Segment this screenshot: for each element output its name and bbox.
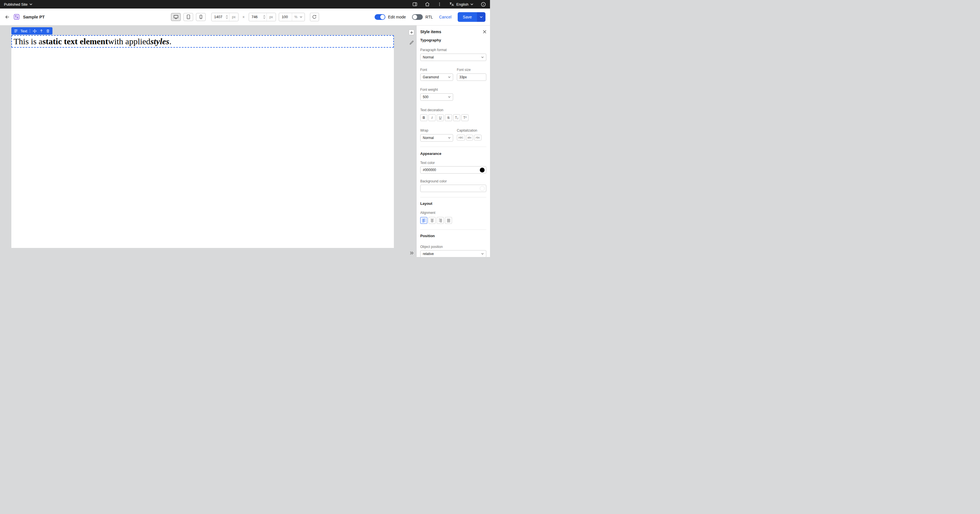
- align-right-icon: [438, 219, 442, 223]
- text-color-label: Text color: [420, 161, 486, 165]
- chevron-down-icon: [300, 16, 302, 18]
- content: Text This is a static text element with …: [0, 25, 490, 257]
- text-color-swatch[interactable]: [480, 168, 485, 172]
- save-button[interactable]: Save: [458, 12, 477, 22]
- text-run: This is a: [14, 37, 43, 46]
- toolbar-right: Edit mode RTL Cancel Save: [375, 12, 485, 22]
- rtl-toggle[interactable]: [412, 14, 423, 20]
- tablet-icon: [186, 14, 191, 19]
- text-color-value: #000000: [423, 168, 436, 172]
- subscript-button[interactable]: T₂: [453, 114, 460, 121]
- bold-button[interactable]: B: [420, 114, 427, 121]
- paragraph-format-value: Normal: [423, 55, 434, 59]
- background-color-label: Background color: [420, 179, 486, 183]
- wrap-value: Normal: [423, 136, 434, 140]
- chevron-down-icon: [481, 56, 484, 58]
- height-unit-label: px: [267, 13, 275, 21]
- object-position-label: Object position: [420, 245, 486, 249]
- element-type-label: Text: [21, 29, 27, 33]
- superscript-button[interactable]: T²: [461, 114, 468, 121]
- font-size-input[interactable]: [457, 73, 486, 81]
- chevron-down-icon: [30, 3, 32, 5]
- align-right-button[interactable]: [437, 217, 444, 224]
- object-position-select[interactable]: relative: [420, 250, 486, 257]
- close-icon: [483, 30, 486, 33]
- delete-element-button[interactable]: [46, 29, 50, 33]
- text-lines-icon: [14, 29, 18, 33]
- chevron-down-icon: [448, 137, 450, 139]
- text-run-bold: static text element: [43, 37, 108, 46]
- align-left-button[interactable]: [420, 217, 427, 224]
- height-input-group: px: [249, 13, 276, 21]
- font-weight-select[interactable]: 500: [420, 93, 453, 101]
- align-center-button[interactable]: [428, 217, 436, 224]
- page-canvas[interactable]: This is a static text element with appli…: [11, 35, 394, 248]
- font-weight-value: 500: [423, 95, 428, 99]
- cancel-button[interactable]: Cancel: [439, 15, 452, 19]
- panel-title: Style items: [420, 30, 441, 34]
- kebab-menu-icon[interactable]: [437, 2, 442, 7]
- paragraph-format-select[interactable]: Normal: [420, 54, 486, 61]
- topbar-right: English: [412, 2, 486, 7]
- uppercase-button[interactable]: ABC: [457, 135, 465, 140]
- info-icon[interactable]: [480, 2, 486, 7]
- capitalize-button[interactable]: Abc: [474, 135, 482, 140]
- collapse-panel-button[interactable]: [410, 251, 414, 255]
- device-desktop-button[interactable]: [171, 13, 181, 21]
- capitalization-label: Capitalization: [457, 129, 486, 132]
- chevron-down-icon: [448, 96, 450, 98]
- height-input[interactable]: [249, 15, 262, 19]
- arrow-left-icon: [5, 14, 10, 20]
- zoom-select[interactable]: 100 %: [279, 13, 305, 21]
- height-stepper[interactable]: [262, 15, 267, 19]
- move-icon: [33, 29, 37, 33]
- pencil-icon: [409, 40, 414, 45]
- background-color-swatch[interactable]: [480, 186, 485, 191]
- font-weight-label: Font weight: [420, 88, 486, 92]
- background-color-input[interactable]: [420, 185, 486, 192]
- save-split-button: Save: [458, 12, 485, 22]
- panels-icon[interactable]: [412, 2, 417, 7]
- home-icon[interactable]: [425, 2, 430, 7]
- typography-heading: Typography: [420, 38, 486, 42]
- device-mobile-button[interactable]: [196, 13, 205, 21]
- width-input[interactable]: [212, 15, 224, 19]
- width-stepper[interactable]: [224, 15, 229, 19]
- chevron-down-icon: [448, 76, 450, 78]
- reset-view-button[interactable]: [310, 13, 319, 21]
- back-button[interactable]: [5, 14, 10, 20]
- page-title: Sample PT: [23, 14, 45, 19]
- wrap-row: Wrap Normal Capitalization ABC abc Abc: [420, 129, 486, 142]
- chevron-down-icon: [480, 16, 483, 18]
- site-menu-button[interactable]: Published Site: [4, 2, 32, 6]
- move-element-button[interactable]: [33, 29, 37, 33]
- underline-button[interactable]: U: [437, 114, 444, 121]
- selected-text-element[interactable]: This is a static text element with appli…: [11, 35, 394, 48]
- font-select[interactable]: Garamond: [420, 73, 453, 81]
- topbar: Published Site English: [0, 0, 490, 8]
- save-options-button[interactable]: [477, 12, 485, 22]
- text-color-input[interactable]: #000000: [420, 166, 486, 173]
- chevron-down-icon: [471, 3, 473, 5]
- divider: [420, 146, 486, 147]
- language-label: English: [456, 2, 468, 6]
- rtl-label: RTL: [425, 15, 433, 19]
- appearance-heading: Appearance: [420, 151, 486, 156]
- wrap-select[interactable]: Normal: [420, 134, 453, 142]
- close-panel-button[interactable]: [483, 30, 486, 33]
- language-selector[interactable]: English: [449, 2, 473, 7]
- strikethrough-button[interactable]: S: [445, 114, 452, 121]
- edit-pencil-button[interactable]: [409, 40, 414, 45]
- edit-mode-toggle[interactable]: [375, 14, 385, 20]
- text-decoration-buttons: B I U S T₂ T²: [420, 114, 486, 121]
- lowercase-button[interactable]: abc: [466, 135, 473, 140]
- object-position-value: relative: [423, 252, 434, 256]
- align-left-icon: [422, 219, 426, 223]
- device-tablet-button[interactable]: [183, 13, 193, 21]
- add-element-button[interactable]: [409, 30, 414, 35]
- move-up-button[interactable]: [40, 29, 43, 33]
- text-run: .: [169, 37, 172, 46]
- editor-toolbar: Sample PT px × px: [0, 8, 490, 25]
- align-justify-button[interactable]: [445, 217, 452, 224]
- italic-button[interactable]: I: [428, 114, 436, 121]
